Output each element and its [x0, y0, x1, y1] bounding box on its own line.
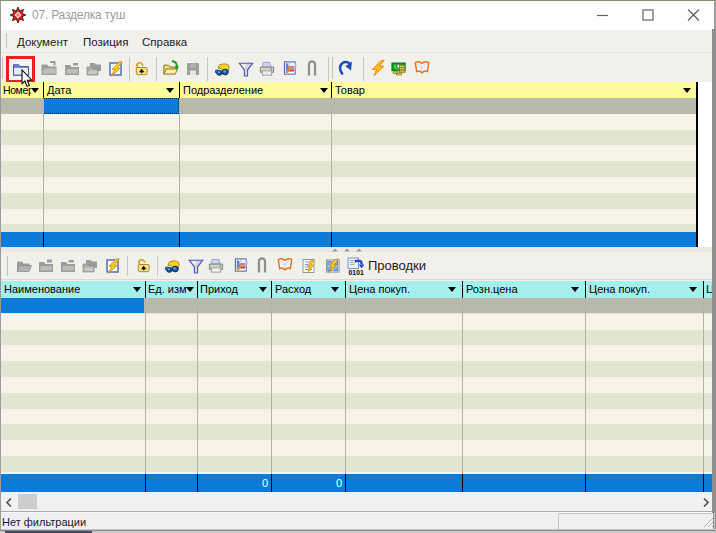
svg-text:0101: 0101 [349, 269, 364, 276]
